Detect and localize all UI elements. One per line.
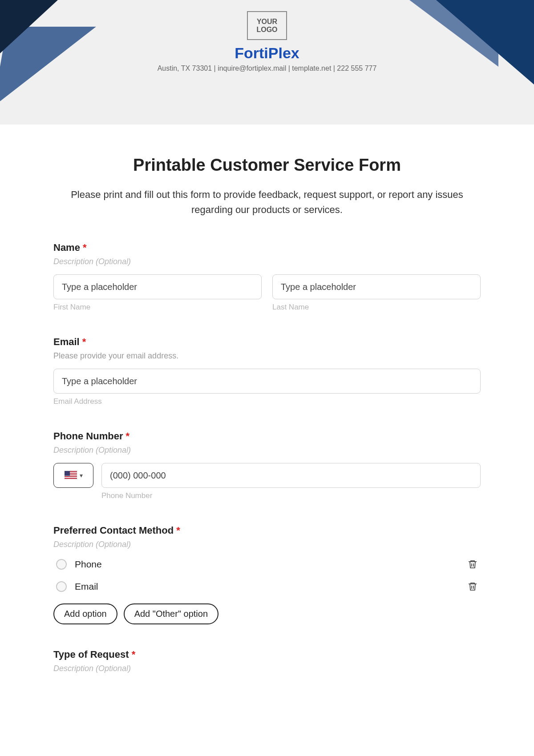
contact-method-label: Preferred Contact Method * [53, 525, 481, 536]
trash-icon[interactable] [467, 581, 478, 592]
required-marker: * [176, 525, 180, 536]
required-marker: * [82, 336, 86, 347]
label-text: Type of Request [53, 649, 129, 660]
phone-field: Phone Number * Description (Optional) ▾ … [53, 430, 481, 500]
chevron-down-icon: ▾ [80, 472, 83, 479]
request-type-label: Type of Request * [53, 649, 481, 660]
last-name-input[interactable] [272, 274, 481, 299]
phone-subdesc[interactable]: Description (Optional) [53, 446, 481, 455]
contact-method-field: Preferred Contact Method * Description (… [53, 525, 481, 624]
required-marker: * [132, 649, 136, 660]
label-text: Email [53, 336, 80, 347]
label-text: Phone Number [53, 430, 123, 442]
email-subdesc[interactable]: Please provide your email address. [53, 351, 481, 361]
add-other-option-button[interactable]: Add "Other" option [124, 603, 218, 624]
trash-icon[interactable] [467, 559, 478, 570]
decorative-triangle [0, 0, 58, 53]
first-name-sublabel: First Name [53, 303, 262, 312]
radio-option-phone[interactable]: Phone [53, 557, 481, 571]
label-text: Preferred Contact Method [53, 525, 174, 536]
form-title: Printable Customer Service Form [53, 156, 481, 175]
form-container: Printable Customer Service Form Please p… [0, 125, 534, 756]
radio-option-email[interactable]: Email [53, 579, 481, 594]
name-label: Name * [53, 242, 481, 253]
request-type-field: Type of Request * Description (Optional) [53, 649, 481, 673]
add-option-button[interactable]: Add option [53, 603, 117, 624]
phone-input[interactable] [101, 463, 481, 488]
radio-label: Phone [75, 559, 102, 570]
last-name-sublabel: Last Name [272, 303, 481, 312]
required-marker: * [126, 430, 130, 442]
first-name-input[interactable] [53, 274, 262, 299]
phone-sublabel: Phone Number [101, 491, 481, 500]
request-type-subdesc[interactable]: Description (Optional) [53, 664, 481, 673]
name-subdesc[interactable]: Description (Optional) [53, 257, 481, 266]
label-text: Name [53, 242, 80, 253]
email-field: Email * Please provide your email addres… [53, 336, 481, 406]
logo-placeholder: YOUR LOGO [247, 11, 287, 40]
required-marker: * [83, 242, 87, 253]
radio-icon [56, 559, 67, 570]
decorative-triangle [436, 0, 534, 84]
us-flag-icon [65, 471, 77, 480]
contact-method-subdesc[interactable]: Description (Optional) [53, 540, 481, 549]
header-banner: YOUR LOGO FortiPlex Austin, TX 73301 | i… [0, 0, 534, 125]
country-code-select[interactable]: ▾ [53, 463, 93, 488]
radio-label: Email [75, 581, 98, 592]
phone-label: Phone Number * [53, 430, 481, 442]
email-label: Email * [53, 336, 481, 348]
email-input[interactable] [53, 369, 481, 394]
form-description: Please print and fill out this form to p… [67, 187, 467, 217]
email-sublabel: Email Address [53, 397, 481, 406]
name-field: Name * Description (Optional) First Name… [53, 242, 481, 312]
radio-icon [56, 581, 67, 592]
